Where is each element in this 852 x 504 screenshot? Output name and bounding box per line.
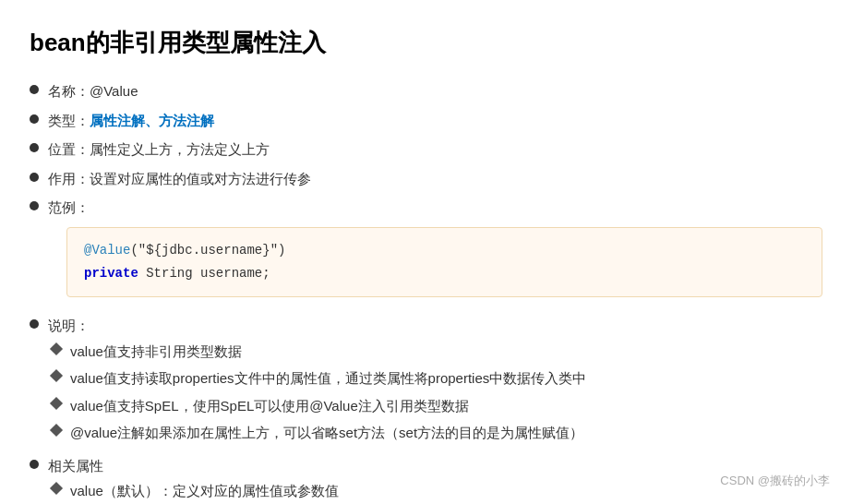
list-item-type: 类型：属性注解、方法注解 — [30, 109, 822, 133]
code-annotation: @Value — [84, 243, 130, 258]
code-paren-close: ) — [278, 243, 285, 258]
sub-item-text-3: @value注解如果添加在属性上方，可以省略set方法（set方法的目的是为属性… — [70, 421, 822, 445]
value-type: 属性注解、方法注解 — [90, 113, 214, 128]
value-function: 设置对应属性的值或对方法进行传参 — [90, 171, 311, 186]
footer-note: CSDN @搬砖的小李 — [720, 471, 830, 491]
code-paren-open: ( — [130, 243, 138, 258]
sub-item-3: @value注解如果添加在属性上方，可以省略set方法（set方法的目的是为属性… — [52, 421, 822, 445]
label-type: 类型： — [48, 113, 90, 128]
sub-item-2: value值支持SpEL，使用SpEL可以使用@Value注入引用类型数据 — [52, 394, 822, 418]
list-item-name: 名称：@Value — [30, 79, 822, 103]
label-related: 相关属性 — [48, 458, 103, 474]
diamond-icon — [50, 482, 63, 495]
related-item-0: value（默认）：定义对应的属性值或参数值 — [52, 479, 822, 503]
main-bullet-list: 名称：@Value 类型：属性注解、方法注解 位置：属性定义上方，方法定义上方 … — [30, 79, 822, 504]
value-position: 属性定义上方，方法定义上方 — [90, 141, 270, 157]
sub-list: value值支持非引用类型数据 value值支持读取properties文件中的… — [52, 340, 822, 445]
bullet-dot — [30, 85, 39, 94]
list-item-position: 位置：属性定义上方，方法定义上方 — [30, 138, 822, 162]
list-item-example: 范例： @Value("${jdbc.username}") private S… — [30, 196, 822, 308]
sub-item-1: value值支持读取properties文件中的属性值，通过类属性将proper… — [52, 366, 822, 390]
diamond-icon — [50, 424, 63, 437]
value-name: @Value — [90, 83, 138, 99]
code-block: @Value("${jdbc.username}") private Strin… — [66, 227, 822, 297]
bullet-dot — [30, 114, 39, 124]
label-explanation: 说明： — [48, 318, 90, 333]
related-sub-list: value（默认）：定义对应的属性值或参数值 — [52, 479, 822, 503]
bullet-dot — [30, 460, 39, 469]
code-string: "${jdbc.username}" — [138, 243, 278, 258]
bullet-dot — [30, 319, 39, 329]
label-example: 范例： — [48, 199, 90, 215]
code-line-2: private String username; — [84, 262, 805, 285]
code-line-1: @Value("${jdbc.username}") — [84, 239, 805, 262]
label-function: 作用： — [48, 171, 90, 186]
diamond-icon — [50, 396, 63, 409]
code-type: String — [138, 266, 200, 281]
code-keyword: private — [84, 266, 138, 281]
code-var: username; — [200, 266, 270, 281]
sub-item-0: value值支持非引用类型数据 — [52, 340, 822, 364]
bullet-dot — [30, 201, 39, 210]
page-title: bean的非引用类型属性注入 — [30, 22, 822, 63]
label-name: 名称： — [48, 83, 90, 99]
sub-item-text-1: value值支持读取properties文件中的属性值，通过类属性将proper… — [70, 366, 822, 390]
sub-item-text-2: value值支持SpEL，使用SpEL可以使用@Value注入引用类型数据 — [70, 394, 822, 418]
sub-item-text-0: value值支持非引用类型数据 — [70, 340, 822, 364]
diamond-icon — [50, 369, 63, 382]
diamond-icon — [50, 342, 63, 354]
bullet-dot — [30, 143, 39, 152]
list-item-related: 相关属性 value（默认）：定义对应的属性值或参数值 — [30, 454, 822, 504]
bullet-dot — [30, 173, 39, 182]
related-item-text-0: value（默认）：定义对应的属性值或参数值 — [70, 479, 822, 503]
list-item-function: 作用：设置对应属性的值或对方法进行传参 — [30, 167, 822, 191]
list-item-explanation: 说明： value值支持非引用类型数据 value值支持读取properties… — [30, 314, 822, 449]
label-position: 位置： — [48, 141, 90, 157]
